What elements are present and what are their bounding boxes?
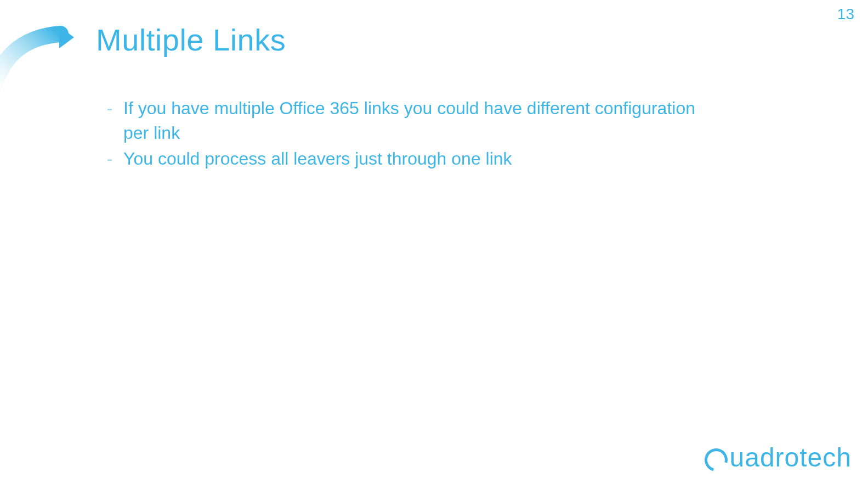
decorative-swoosh-icon — [0, 22, 88, 99]
logo-q-icon — [700, 444, 731, 475]
logo-text: uadrotech — [730, 442, 852, 473]
list-item: - You could process all leavers just thr… — [96, 147, 699, 171]
page-number: 13 — [837, 5, 854, 23]
bullet-list: - If you have multiple Office 365 links … — [96, 96, 699, 172]
bullet-dash: - — [96, 96, 123, 121]
bullet-dash: - — [96, 147, 123, 171]
bullet-text: If you have multiple Office 365 links yo… — [123, 96, 699, 145]
list-item: - If you have multiple Office 365 links … — [96, 96, 699, 145]
quadrotech-logo: uadrotech — [705, 442, 852, 473]
slide-title: Multiple Links — [96, 22, 286, 58]
bullet-text: You could process all leavers just throu… — [123, 147, 512, 171]
